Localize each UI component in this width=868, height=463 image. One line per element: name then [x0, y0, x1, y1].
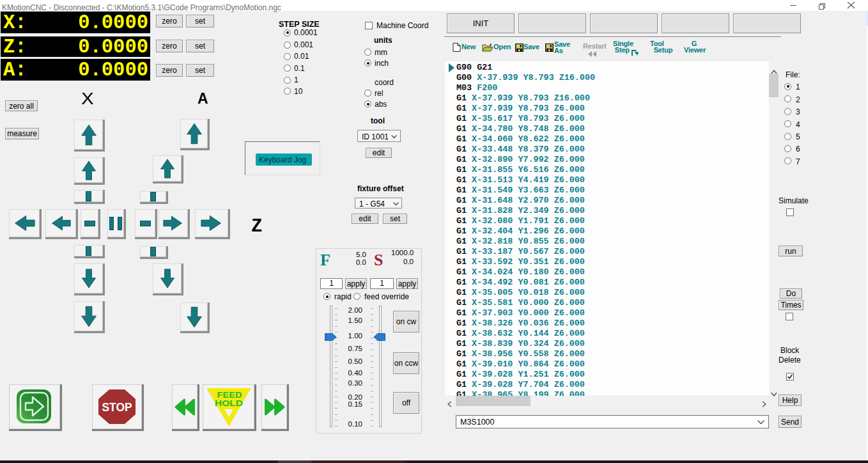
svg-text:HOLD: HOLD — [215, 398, 243, 408]
svg-text:STOP: STOP — [102, 400, 132, 414]
